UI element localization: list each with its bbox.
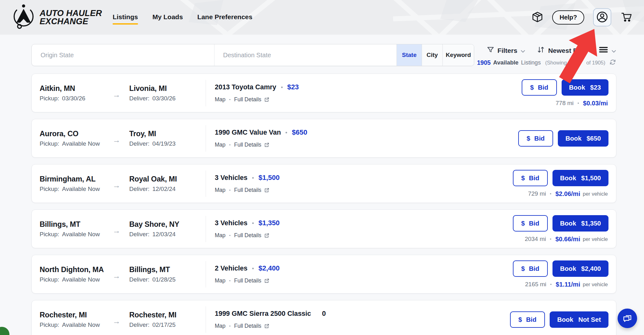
load-info: 1990 GMC Value Van $650 Map Full Details — [206, 128, 468, 148]
pickup-date: Pickup:Available Now — [40, 186, 111, 193]
bid-button[interactable]: $ Bid — [518, 130, 553, 147]
listing-price: $1,500 — [258, 174, 280, 182]
bid-button[interactable]: $ Bid — [513, 215, 548, 232]
listing-card: Birmingham, AL Pickup:Available Now → Ro… — [31, 164, 616, 203]
map-link[interactable]: Map — [215, 96, 225, 103]
book-amount: $650 — [586, 135, 601, 142]
route-arrow-icon: → — [113, 90, 120, 99]
refresh-button[interactable] — [609, 59, 616, 67]
bid-button[interactable]: $ Bid — [510, 311, 545, 328]
full-details-link[interactable]: Full Details — [234, 187, 262, 193]
book-amount: $1,500 — [581, 174, 601, 182]
help-button[interactable]: Help? — [552, 10, 584, 25]
nav-item-lane-preferences[interactable]: Lane Preferences — [197, 13, 253, 21]
listing-title: 2 Vehicles — [215, 265, 247, 272]
listing-title: 1990 GMC Value Van — [215, 129, 281, 137]
chat-icon — [623, 313, 632, 324]
destination-city: Livonia, MI — [129, 84, 175, 93]
route-block: Rochester, MI Pickup:Available Now → Roc… — [40, 311, 206, 328]
search-mode-state[interactable]: State — [397, 44, 422, 66]
destination-state-input[interactable] — [214, 44, 397, 66]
package-icon — [531, 11, 543, 24]
cta-block: $ Bid Book Not Set per vehicle — [468, 311, 608, 328]
external-link-icon — [264, 187, 269, 193]
showing-text: (Showingof 1905) — [545, 60, 605, 66]
rate-text: $1.11/mi — [556, 281, 580, 288]
map-link[interactable]: Map — [215, 142, 225, 148]
bid-button[interactable]: $ Bid — [513, 260, 548, 277]
bid-button[interactable]: $ Bid — [522, 79, 557, 96]
listing-title: 3 Vehicles — [215, 174, 247, 182]
distance-text: 2034 mi — [525, 236, 546, 243]
origin-city: Rochester, MI — [40, 311, 111, 319]
link-separator-dot — [229, 99, 230, 100]
route-arrow-icon: → — [113, 181, 120, 190]
book-button[interactable]: Book $23 — [562, 79, 608, 96]
title-price-dot — [286, 132, 287, 133]
destination-city: Bay Shore, NY — [129, 220, 179, 229]
search-mode-city[interactable]: City — [422, 44, 442, 66]
rate-line: 2034 mi $0.66/mi per vehicle — [525, 236, 608, 243]
listing-title: 1999 GMC Sierra 2500 Classic — [215, 310, 311, 318]
listing-card: North Dighton, MA Pickup:Available Now →… — [31, 255, 616, 293]
map-link[interactable]: Map — [215, 323, 225, 329]
package-button[interactable] — [531, 11, 543, 24]
nav-item-my-loads[interactable]: My Loads — [153, 13, 183, 21]
map-link[interactable]: Map — [215, 187, 225, 193]
brand-name: AUTO HAULER EXCHANGE — [40, 9, 102, 25]
brand-logo[interactable]: AUTO HAULER EXCHANGE — [12, 3, 102, 31]
link-separator-dot — [229, 190, 230, 191]
cta-block: $ Bid Book $2,400 2165 mi $1.11/mi per v… — [468, 260, 608, 288]
map-link[interactable]: Map — [215, 277, 225, 284]
per-vehicle-label: per vehicle — [583, 191, 608, 197]
route-arrow-icon: → — [113, 226, 120, 235]
listing-title: 2013 Toyota Camry — [215, 83, 276, 91]
cta-block: $ Bid Book $1,350 2034 mi $0.66/mi per v… — [468, 215, 608, 243]
deliver-date: Deliver:12/03/24 — [129, 231, 179, 238]
dollar-icon: $ — [521, 220, 525, 227]
chat-button[interactable] — [618, 309, 637, 328]
sort-button[interactable]: Newest First — [537, 46, 587, 55]
listing-price: $650 — [292, 128, 307, 137]
cart-button[interactable] — [620, 11, 633, 24]
destination-city: Troy, MI — [129, 130, 175, 138]
cta-block: $ Bid Book $1,500 729 mi $2.06/mi per ve… — [468, 170, 608, 198]
full-details-link[interactable]: Full Details — [234, 323, 262, 329]
rate-separator-dot — [550, 284, 552, 285]
route-block: North Dighton, MA Pickup:Available Now →… — [40, 265, 206, 283]
full-details-link[interactable]: Full Details — [234, 277, 262, 284]
dollar-icon: $ — [521, 174, 525, 182]
destination-city: Rochester, MI — [129, 311, 176, 319]
book-button[interactable]: Book $650 — [558, 130, 608, 147]
map-link[interactable]: Map — [215, 232, 225, 239]
full-details-link[interactable]: Full Details — [234, 96, 262, 103]
filters-button[interactable]: Filters — [487, 46, 525, 55]
title-price-dot — [252, 222, 254, 224]
distance-text: 2165 mi — [525, 281, 547, 288]
deliver-date: Deliver:04/19/23 — [129, 140, 175, 147]
book-button[interactable]: Book $1,350 — [552, 215, 608, 232]
page: AUTO HAULER EXCHANGE Listings My Loads L… — [0, 0, 644, 335]
bid-button[interactable]: $ Bid — [513, 170, 548, 186]
full-details-link[interactable]: Full Details — [234, 232, 262, 239]
full-details-link[interactable]: Full Details — [234, 142, 262, 148]
route-arrow-icon: → — [113, 136, 120, 145]
cart-icon — [620, 11, 633, 24]
main-navigation: Listings My Loads Lane Preferences — [113, 13, 252, 21]
book-button[interactable]: Book $1,500 — [552, 170, 608, 186]
book-button[interactable]: Book Not Set — [550, 311, 608, 328]
view-toggle-button[interactable] — [599, 46, 616, 55]
origin-state-input[interactable] — [32, 44, 214, 66]
nav-item-listings[interactable]: Listings — [113, 13, 138, 21]
chevron-down-icon — [520, 47, 525, 54]
rate-line: 2165 mi $1.11/mi per vehicle — [525, 281, 608, 288]
account-button[interactable] — [593, 8, 611, 26]
title-price-dot — [252, 177, 254, 179]
listing-card: Rochester, MI Pickup:Available Now → Roc… — [31, 300, 616, 335]
load-info: 2013 Toyota Camry $23 Map Full Details — [206, 83, 468, 103]
search-mode-segment: State City Keyword — [397, 44, 474, 66]
external-link-icon — [264, 142, 269, 148]
search-mode-keyword[interactable]: Keyword — [442, 44, 474, 66]
chevron-down-icon — [611, 47, 616, 54]
book-button[interactable]: Book $2,400 — [552, 260, 608, 277]
